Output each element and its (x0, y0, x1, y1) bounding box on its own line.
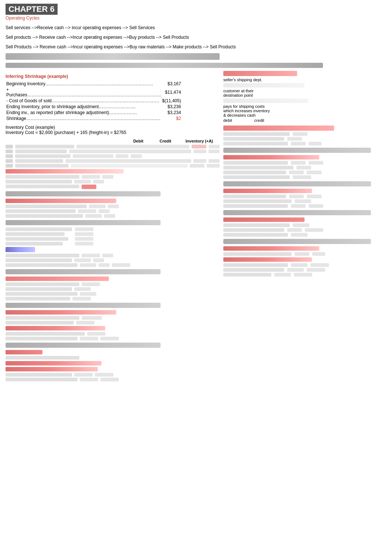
cycle-2: Sell products --> Receive cash -->Incur … (6, 34, 386, 41)
inventory-cost-section: Inventory Cost (example) Inventory Cost … (6, 125, 220, 135)
dc-header-row: Debit Credit Inventory (+A) (6, 139, 220, 143)
row-label: Ending inv., as reported (after shrinkag… (6, 110, 161, 115)
cycle-3: Sell Products --> Receive cash -->Incur … (6, 44, 386, 50)
row-label: - Cost of Goods of sold……………………………………………… (6, 98, 161, 103)
row-value: $3,234 (162, 110, 181, 115)
shipping-line-5: which increases inventory (223, 109, 386, 113)
table-row: Ending Inventory, prior to shrinkage adj… (6, 104, 181, 109)
inferring-shrinkage-header: Inferring Shrinkage (example) (6, 74, 220, 79)
right-blurred-content (223, 126, 386, 277)
table-row: Ending inv., as reported (after shrinkag… (6, 110, 181, 115)
debit-header: Debit (125, 139, 152, 143)
shipping-line-2: customer at their (223, 89, 386, 93)
shrinkage-table: Beginning Inventory………………………………………………………… (6, 80, 182, 122)
row-value: $11,474 (162, 87, 181, 97)
dc-spacer (13, 139, 125, 143)
row-value: $(11,405) (162, 98, 181, 103)
page: CHAPTER 6 Operating Cycles Sell services… (0, 0, 392, 386)
inventory-header: Inventory (+A) (179, 139, 220, 143)
shipping-notes: seller's shipping dept. customer at thei… (223, 71, 386, 123)
blurred-table-area (6, 145, 220, 381)
table-row: Beginning Inventory………………………………………………………… (6, 81, 181, 86)
row-value: $3,236 (162, 104, 181, 109)
table-row: Shrinkage……………………………………………………………………………….… (6, 116, 181, 121)
table-row: - Cost of Goods of sold……………………………………………… (6, 98, 181, 103)
row-value: $3,167 (162, 81, 181, 86)
credit-label: credit (254, 118, 264, 123)
chapter-title: CHAPTER 6 (6, 4, 58, 15)
debit-credit-labels: debit credit (223, 118, 386, 123)
row-label: Ending Inventory, prior to shrinkage adj… (6, 104, 161, 109)
credit-header: Credit (152, 139, 179, 143)
main-content: Inferring Shrinkage (example) Beginning … (6, 71, 386, 382)
cycle-1: Sell services -->Receive cash --> incur … (6, 24, 386, 31)
inventory-cost-title: Inventory Cost (example) (6, 125, 220, 130)
shipping-line-1: seller's shipping dept. (223, 78, 386, 82)
debit-label: debit (223, 118, 232, 123)
row-label: + Purchases……………………………………………………………………………… (6, 87, 161, 97)
shipping-decreases-cash: & decreases cash (223, 113, 386, 117)
chapter-header: CHAPTER 6 Operating Cycles (6, 4, 386, 21)
row-value: $2 (162, 116, 181, 121)
table-row: + Purchases……………………………………………………………………………… (6, 87, 181, 97)
row-label: Beginning Inventory………………………………………………………… (6, 81, 161, 86)
row-label: Shrinkage………………………………………………………………………………. (6, 116, 161, 121)
right-column: seller's shipping dept. customer at thei… (223, 71, 386, 382)
shipping-line-3: destination point (223, 93, 386, 97)
inventory-cost-formula: Inventory Cost = $2,600 (purchase) + 165… (6, 130, 220, 135)
left-column: Inferring Shrinkage (example) Beginning … (6, 71, 220, 382)
shipping-line-4: pays for shipping costs (223, 104, 386, 109)
subtitle: Operating Cycles (6, 16, 386, 21)
